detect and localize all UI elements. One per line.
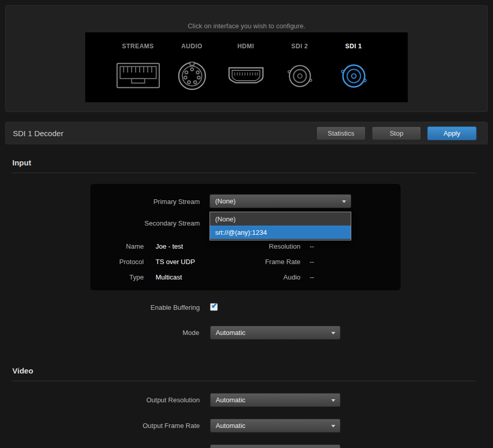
frame-rate-label: Frame Rate — [244, 258, 300, 266]
apply-button[interactable]: Apply — [427, 126, 477, 140]
interface-hdmi[interactable]: HDMI — [219, 32, 273, 102]
protocol-label: Protocol — [90, 258, 144, 266]
name-label: Name — [90, 242, 144, 250]
interface-label: HDMI — [237, 43, 254, 50]
primary-stream-label: Primary Stream — [90, 198, 200, 206]
output-frame-rate-value: Automatic — [216, 422, 245, 430]
interface-strip: STREAMS AUDI — [85, 32, 408, 102]
stop-button[interactable]: Stop — [372, 126, 421, 140]
partial-bottom-select[interactable] — [210, 444, 340, 448]
chevron-down-icon — [342, 200, 346, 203]
primary-stream-dropdown-list: (None) srt://@(any):1234 — [210, 212, 351, 240]
video-section-heading: Video — [12, 366, 33, 375]
output-resolution-value: Automatic — [216, 396, 245, 404]
primary-stream-select[interactable]: (None) — [210, 194, 351, 208]
interface-instruction: Click on interface you wish to configure… — [6, 22, 487, 30]
chevron-down-icon — [331, 332, 335, 334]
frame-rate-value: -- — [310, 258, 314, 266]
output-frame-rate-label: Output Frame Rate — [0, 422, 200, 430]
section-divider — [12, 173, 476, 173]
type-label: Type — [90, 273, 144, 281]
ethernet-jack-icon — [116, 50, 161, 102]
hdmi-port-icon — [227, 50, 264, 102]
mode-value: Automatic — [216, 329, 245, 337]
secondary-stream-label: Secondary Stream — [90, 219, 200, 227]
dropdown-option-srt[interactable]: srt://@(any):1234 — [210, 226, 351, 239]
decoder-header-bar: SDI 1 Decoder Statistics Stop Apply — [5, 122, 488, 144]
resolution-label: Resolution — [244, 242, 300, 250]
output-resolution-select[interactable]: Automatic — [210, 393, 340, 407]
input-section-heading: Input — [12, 158, 31, 167]
mode-label: Mode — [0, 329, 199, 337]
decoder-config-page: Click on interface you wish to configure… — [0, 0, 493, 448]
interface-streams[interactable]: STREAMS — [111, 32, 165, 102]
interface-label: AUDIO — [181, 43, 202, 50]
interface-sdi1[interactable]: SDI 1 — [327, 32, 381, 102]
chevron-down-icon — [331, 425, 335, 427]
interface-sdi2[interactable]: SDI 2 — [273, 32, 327, 102]
stream-config-panel: Primary Stream (None) (None) srt://@(any… — [90, 184, 401, 290]
output-frame-rate-select[interactable]: Automatic — [210, 419, 340, 433]
resolution-value: -- — [310, 242, 314, 250]
checkmark-icon: ✔ — [211, 302, 218, 309]
interface-label: STREAMS — [122, 43, 154, 50]
chevron-down-icon — [331, 399, 335, 402]
page-title: SDI 1 Decoder — [13, 129, 63, 138]
protocol-value: TS over UDP — [156, 258, 195, 266]
primary-stream-value: (None) — [215, 197, 236, 205]
audio-value: -- — [310, 273, 314, 281]
interface-label: SDI 1 — [345, 43, 362, 50]
mode-select[interactable]: Automatic — [210, 326, 340, 340]
statistics-button[interactable]: Statistics — [316, 126, 366, 140]
type-value: Multicast — [156, 273, 182, 281]
audio-label: Audio — [244, 273, 300, 281]
dropdown-option-none[interactable]: (None) — [210, 212, 351, 226]
section-divider — [12, 381, 476, 381]
enable-buffering-checkbox[interactable]: ✔ — [210, 303, 218, 311]
enable-buffering-label: Enable Buffering — [0, 304, 200, 311]
bnc-connector-icon — [287, 50, 313, 102]
interface-label: SDI 2 — [291, 43, 308, 50]
bnc-connector-icon-selected — [340, 50, 367, 102]
interface-audio[interactable]: AUDIO — [165, 32, 219, 102]
output-resolution-label: Output Resolution — [0, 396, 200, 404]
din-audio-connector-icon — [177, 50, 207, 102]
header-buttons: Statistics Stop Apply — [316, 126, 477, 140]
interface-panel: Click on interface you wish to configure… — [5, 5, 488, 112]
name-value: Joe - test — [156, 242, 183, 250]
